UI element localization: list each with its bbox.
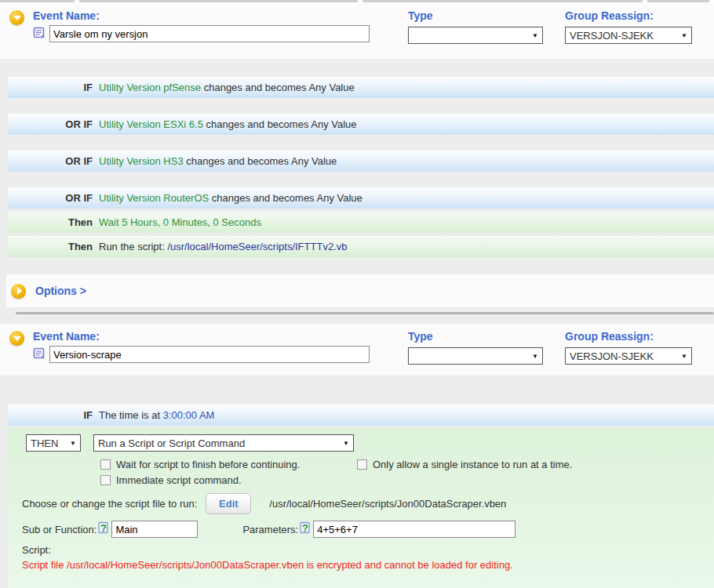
options-link[interactable]: Options > bbox=[35, 285, 86, 297]
event2-type-block: Type ▼ bbox=[408, 330, 543, 365]
event-name-label: Event Name: bbox=[33, 9, 370, 22]
trigger-row[interactable]: OR IFUtility Version HS3 changes and bec… bbox=[8, 151, 714, 172]
triangle-down-icon bbox=[13, 16, 21, 20]
script-label: Script: bbox=[22, 544, 714, 556]
script-file-path: /usr/local/HomeSeer/scripts/Jon00DataScr… bbox=[269, 498, 506, 510]
help-icon[interactable]: ? bbox=[98, 521, 110, 537]
wait-for-script-checkbox[interactable]: Wait for script to finish before continu… bbox=[100, 459, 357, 470]
parameters-input[interactable] bbox=[313, 521, 515, 538]
dropdown-arrow-icon: ▼ bbox=[532, 353, 538, 360]
trigger-device-link[interactable]: Utility Version HS3 bbox=[99, 155, 184, 167]
sub-or-function-label: Sub or Function: bbox=[22, 524, 97, 535]
event2-type-select[interactable]: ▼ bbox=[408, 347, 543, 365]
event1-name-block: Event Name: bbox=[33, 9, 370, 43]
event1-type-select[interactable]: ▼ bbox=[408, 27, 543, 44]
event-name-label: Event Name: bbox=[33, 330, 370, 343]
sub-function-input[interactable] bbox=[111, 521, 198, 538]
expand-options-icon[interactable] bbox=[11, 284, 26, 299]
immediate-script-checkbox[interactable]: Immediate script command. bbox=[100, 474, 242, 486]
checkbox-icon bbox=[100, 475, 111, 485]
triangle-right-icon bbox=[17, 287, 22, 295]
trigger-device-link[interactable]: Utility Version ESXi 6.5 bbox=[99, 118, 203, 130]
svg-text:?: ? bbox=[302, 522, 308, 534]
dropdown-arrow-icon: ▼ bbox=[343, 440, 349, 447]
options-section: Options > bbox=[6, 274, 714, 307]
note-icon[interactable] bbox=[33, 27, 46, 43]
event1-group-select[interactable]: VERSJON-SJEKK ▼ bbox=[565, 27, 692, 44]
event2-name-input[interactable] bbox=[49, 346, 370, 363]
dropdown-arrow-icon: ▼ bbox=[532, 32, 538, 39]
trigger-device-link[interactable]: Utility Version pfSense bbox=[99, 82, 201, 93]
event1-name-input[interactable] bbox=[49, 25, 370, 42]
script-path-text: /usr/local/HomeSeer/scripts/IFTTTv2.vb bbox=[167, 241, 347, 252]
checkbox-icon bbox=[357, 459, 367, 470]
event1-type-block: Type ▼ bbox=[408, 9, 543, 44]
choose-script-label: Choose or change the script file to run: bbox=[22, 498, 197, 510]
collapse-event2-icon[interactable] bbox=[9, 331, 24, 346]
checkbox-icon bbox=[100, 459, 111, 470]
trigger-row[interactable]: IFUtility Version pfSense changes and be… bbox=[8, 77, 714, 98]
event1-header: Event Name: Type ▼ Group Reassign: VERSJ… bbox=[0, 3, 714, 59]
svg-text:?: ? bbox=[100, 522, 107, 534]
action-type-select[interactable]: Run a Script or Script Command ▼ bbox=[93, 434, 354, 452]
dropdown-arrow-icon: ▼ bbox=[681, 353, 687, 360]
event2-header: Event Name: Type ▼ Group Reassign: VERSJ… bbox=[0, 324, 714, 376]
trigger-row[interactable]: IFThe time is at 3:00:00 AM bbox=[8, 405, 714, 426]
parameters-label: Parameters: bbox=[242, 524, 298, 535]
event2-group-block: Group Reassign: VERSJON-SJEKK ▼ bbox=[565, 330, 692, 365]
group-reassign-label: Group Reassign: bbox=[565, 330, 692, 343]
event1-group-block: Group Reassign: VERSJON-SJEKK ▼ bbox=[565, 9, 692, 44]
dropdown-arrow-icon: ▼ bbox=[70, 440, 76, 447]
dropdown-arrow-icon: ▼ bbox=[681, 32, 687, 39]
edit-script-button[interactable]: Edit bbox=[206, 493, 251, 514]
single-instance-checkbox[interactable]: Only allow a single instance to run at a… bbox=[357, 459, 572, 470]
trigger-row[interactable]: OR IFUtility Version ESXi 6.5 changes an… bbox=[8, 114, 714, 135]
action-row[interactable]: ThenWait 5 Hours, 0 Minutes, 0 Seconds bbox=[8, 212, 714, 233]
then-select[interactable]: THEN ▼ bbox=[26, 434, 81, 452]
action-editor-panel: THEN ▼ Run a Script or Script Command ▼ … bbox=[8, 427, 714, 588]
type-label: Type bbox=[408, 9, 543, 22]
script-error-message: Script file /usr/local/HomeSeer/scripts/… bbox=[22, 558, 642, 572]
help-icon[interactable]: ? bbox=[300, 521, 311, 537]
collapse-event1-icon[interactable] bbox=[9, 10, 24, 25]
trigger-device-link[interactable]: Utility Version RouterOS bbox=[99, 192, 209, 204]
type-label: Type bbox=[408, 330, 543, 343]
group-reassign-label: Group Reassign: bbox=[565, 9, 692, 22]
event2-name-block: Event Name: bbox=[33, 330, 370, 364]
trigger-time-value: 3:00:00 AM bbox=[163, 409, 215, 421]
note-icon[interactable] bbox=[33, 347, 46, 364]
action-wait-text: Wait 5 Hours, 0 Minutes, 0 Seconds bbox=[99, 216, 261, 228]
triangle-down-icon bbox=[13, 336, 21, 341]
action-row[interactable]: ThenRun the script: /usr/local/HomeSeer/… bbox=[8, 236, 714, 257]
event2-group-select[interactable]: VERSJON-SJEKK ▼ bbox=[565, 347, 692, 365]
trigger-row[interactable]: OR IFUtility Version RouterOS changes an… bbox=[8, 187, 714, 209]
